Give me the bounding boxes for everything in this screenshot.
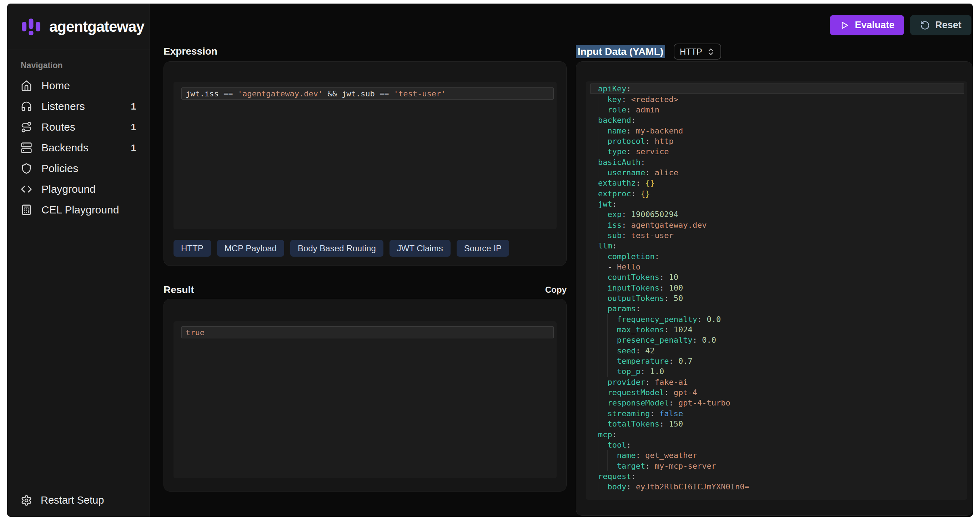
result-editor[interactable]: true (173, 321, 557, 478)
restart-setup-label: Restart Setup (41, 494, 104, 506)
sidebar-item-label: Routes (41, 121, 75, 133)
sidebar-item-cel-playground[interactable]: CEL Playground (7, 200, 150, 220)
sidebar-item-label: Home (41, 79, 70, 92)
input-data-panel: apiKey:key: <redacted>role: adminbackend… (576, 61, 973, 516)
gear-icon (21, 495, 32, 506)
indent-guide (598, 460, 607, 471)
yaml-line: tool: (590, 440, 964, 450)
rotate-ccw-icon (920, 21, 930, 30)
yaml-line: request: (590, 471, 964, 481)
yaml-line: totalTokens: 150 (590, 419, 964, 429)
yaml-line: backend: (590, 115, 964, 125)
indent-guide (598, 450, 607, 460)
input-mode-value: HTTP (680, 47, 702, 57)
yaml-line: responseModel: gpt-4-turbo (590, 398, 964, 408)
yaml-line: username: alice (590, 167, 964, 178)
yaml-line: seed: 42 (590, 346, 964, 356)
sidebar-item-backends[interactable]: Backends1 (7, 137, 150, 158)
yaml-line: presence_penalty: 0.0 (590, 335, 964, 345)
indent-guide (598, 262, 607, 272)
yaml-line: temperature: 0.7 (590, 356, 964, 366)
indent-guide (598, 324, 607, 335)
indent-guide (598, 219, 607, 230)
nav-section-label: Navigation (21, 61, 150, 70)
yaml-line: llm: (590, 241, 964, 251)
yaml-line: requestModel: gpt-4 (590, 387, 964, 398)
expression-code: jwt.iss == 'agentgateway.dev' && jwt.sub… (186, 89, 446, 98)
indent-guide (607, 324, 617, 335)
sidebar-item-listeners[interactable]: Listeners1 (7, 96, 150, 117)
reset-button[interactable]: Reset (910, 15, 971, 35)
indent-guide (598, 146, 607, 157)
indent-guide (598, 251, 607, 262)
indent-guide (598, 387, 607, 398)
restart-setup-button[interactable]: Restart Setup (7, 485, 150, 517)
indent-guide (598, 303, 607, 314)
indent-guide (598, 408, 607, 419)
sidebar-item-policies[interactable]: Policies (7, 158, 150, 179)
result-header: Result Copy (164, 284, 566, 295)
sidebar-item-label: Policies (41, 162, 78, 175)
yaml-line: outputTokens: 50 (590, 293, 964, 303)
indent-guide (607, 335, 617, 345)
indent-guide (598, 314, 607, 324)
yaml-line: name: get_weather (590, 450, 964, 460)
yaml-line: streaming: false (590, 408, 964, 419)
agentgateway-logo-icon (20, 16, 42, 38)
example-tag-body-based-routing[interactable]: Body Based Routing (290, 240, 383, 257)
indent-guide (598, 377, 607, 387)
yaml-line: provider: fake-ai (590, 377, 964, 387)
input-data-header: Input Data (YAML) HTTP (576, 44, 721, 60)
sidebar-item-playground[interactable]: Playground (7, 179, 150, 200)
example-tag-source-ip[interactable]: Source IP (457, 240, 509, 257)
indent-guide (598, 272, 607, 283)
sidebar-item-routes[interactable]: Routes1 (7, 117, 150, 137)
expression-example-tags: HTTPMCP PayloadBody Based RoutingJWT Cla… (173, 240, 509, 257)
code-icon (21, 183, 32, 195)
example-tag-http[interactable]: HTTP (173, 240, 211, 257)
indent-guide (598, 125, 607, 136)
yaml-line: max_tokens: 1024 (590, 324, 964, 335)
sidebar-item-label: Playground (41, 183, 96, 195)
input-mode-select[interactable]: HTTP (674, 44, 721, 60)
yaml-line: countTokens: 10 (590, 272, 964, 283)
sidebar-item-home[interactable]: Home (7, 75, 150, 96)
yaml-line: target: my-mcp-server (590, 460, 964, 471)
yaml-line: params: (590, 303, 964, 314)
indent-guide (598, 283, 607, 293)
indent-guide (607, 450, 617, 460)
yaml-line: exp: 1900650294 (590, 209, 964, 219)
sidebar-item-count-badge: 1 (131, 101, 136, 112)
indent-guide (598, 366, 607, 376)
yaml-line-active: apiKey: (590, 84, 964, 94)
yaml-line: type: service (590, 146, 964, 157)
brand-header[interactable]: agentgateway (7, 3, 150, 50)
yaml-line: extauthz: {} (590, 178, 964, 188)
main-content: Evaluate Reset Expression jwt.iss == 'ag… (150, 3, 973, 517)
sidebar-item-label: Backends (41, 142, 89, 154)
yaml-line: basicAuth: (590, 157, 964, 167)
yaml-line: mcp: (590, 429, 964, 440)
yaml-line: key: <redacted> (590, 94, 964, 104)
indent-guide (607, 366, 617, 376)
result-value: true (186, 328, 205, 337)
example-tag-mcp-payload[interactable]: MCP Payload (217, 240, 284, 257)
indent-guide (607, 460, 617, 471)
yaml-editor[interactable]: apiKey:key: <redacted>role: adminbackend… (586, 81, 967, 500)
yaml-line: extproc: {} (590, 188, 964, 198)
result-panel: true (164, 299, 566, 492)
yaml-line: jwt: (590, 199, 964, 209)
indent-guide (607, 356, 617, 366)
indent-guide (598, 419, 607, 429)
sidebar-item-count-badge: 1 (131, 143, 136, 154)
yaml-line: role: admin (590, 105, 964, 115)
expression-editor[interactable]: jwt.iss == 'agentgateway.dev' && jwt.sub… (173, 82, 557, 229)
indent-guide (598, 335, 607, 345)
evaluate-button[interactable]: Evaluate (830, 15, 904, 35)
example-tag-jwt-claims[interactable]: JWT Claims (390, 240, 450, 257)
headphones-icon (21, 101, 32, 112)
copy-button[interactable]: Copy (545, 285, 566, 295)
play-icon (840, 21, 850, 30)
yaml-line: name: my-backend (590, 125, 964, 136)
home-icon (21, 80, 32, 91)
